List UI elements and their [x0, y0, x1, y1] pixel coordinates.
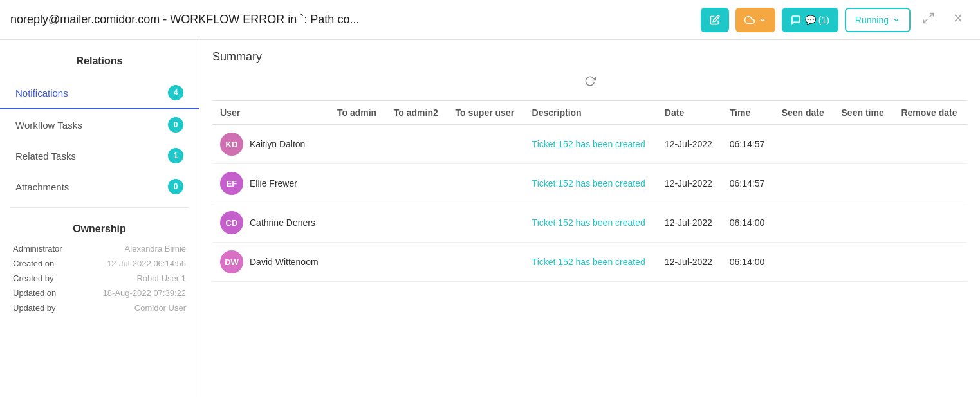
to-admin-3: [329, 243, 386, 282]
to-admin2-1: [386, 164, 448, 203]
desc-link-0[interactable]: Ticket:152 has been created: [532, 139, 645, 149]
col-to-admin: To admin: [329, 101, 386, 125]
user-name-2: Cathrine Deners: [250, 217, 315, 228]
table-row: DW David Wittenoom Ticket:152 has been c…: [212, 243, 967, 282]
updated-on-value: 18-Aug-2022 07:39:22: [103, 288, 186, 298]
description-2: Ticket:152 has been created: [524, 203, 657, 243]
time-1: 06:14:57: [722, 164, 774, 203]
updated-by-value: Comidor User: [134, 303, 186, 313]
description-3: Ticket:152 has been created: [524, 243, 657, 282]
avatar-1: EF: [220, 172, 243, 195]
edit-button[interactable]: [701, 8, 729, 32]
created-on-value: 12-Jul-2022 06:14:56: [107, 259, 186, 268]
seen-date-1: [774, 164, 834, 203]
updated-on-key: Updated on: [13, 288, 56, 298]
to-admin-2: [329, 203, 386, 243]
to-admin2-2: [386, 203, 448, 243]
expand-button[interactable]: [917, 9, 940, 30]
to-super-user-0: [448, 125, 524, 164]
close-button[interactable]: [947, 9, 970, 30]
svg-line-1: [924, 19, 928, 23]
date-3: 12-Jul-2022: [657, 243, 722, 282]
description-0: Ticket:152 has been created: [524, 125, 657, 164]
desc-link-1[interactable]: Ticket:152 has been created: [532, 178, 645, 189]
avatar-2: CD: [220, 211, 243, 234]
date-0: 12-Jul-2022: [657, 125, 722, 164]
sidebar-divider: [10, 207, 189, 208]
col-to-super-user: To super user: [448, 101, 524, 125]
sidebar: Relations Notifications 4 Workflow Tasks…: [0, 40, 199, 397]
created-on-key: Created on: [13, 259, 54, 268]
col-remove-date: Remove date: [893, 101, 967, 125]
main-content: Summary User To admin To admin2 To super…: [199, 40, 980, 397]
table-row: CD Cathrine Deners Ticket:152 has been c…: [212, 203, 967, 243]
ownership-created-by: Created by Robot User 1: [13, 273, 186, 283]
col-date: Date: [657, 101, 722, 125]
ownership-administrator: Administrator Alexandra Birnie: [13, 244, 186, 254]
table-row: EF Ellie Frewer Ticket:152 has been crea…: [212, 164, 967, 203]
sidebar-item-notifications[interactable]: Notifications 4: [0, 77, 199, 109]
ownership-section: Ownership Administrator Alexandra Birnie…: [0, 213, 199, 328]
avatar-3: DW: [220, 250, 243, 273]
remove-date-2: [893, 203, 967, 243]
table-header-row: User To admin To admin2 To super user De…: [212, 101, 967, 125]
avatar-0: KD: [220, 133, 243, 156]
seen-date-0: [774, 125, 834, 164]
date-1: 12-Jul-2022: [657, 164, 722, 203]
time-3: 06:14:00: [722, 243, 774, 282]
attachments-label: Attachments: [15, 181, 168, 192]
to-admin-1: [329, 164, 386, 203]
desc-link-2[interactable]: Ticket:152 has been created: [532, 217, 645, 228]
col-seen-date: Seen date: [774, 101, 834, 125]
seen-time-2: [834, 203, 894, 243]
user-cell-1: EF Ellie Frewer: [212, 164, 329, 203]
refresh-button[interactable]: [212, 73, 967, 93]
col-user: User: [212, 101, 329, 125]
desc-link-3[interactable]: Ticket:152 has been created: [532, 257, 645, 267]
created-by-key: Created by: [13, 273, 54, 283]
to-super-user-1: [448, 164, 524, 203]
to-admin2-3: [386, 243, 448, 282]
remove-date-3: [893, 243, 967, 282]
table-wrapper: User To admin To admin2 To super user De…: [212, 100, 967, 387]
col-description: Description: [524, 101, 657, 125]
related-tasks-label: Related Tasks: [15, 151, 168, 162]
attachments-badge: 0: [168, 179, 183, 194]
body: Relations Notifications 4 Workflow Tasks…: [0, 40, 980, 397]
table-row: KD Kaitlyn Dalton Ticket:152 has been cr…: [212, 125, 967, 164]
remove-date-0: [893, 125, 967, 164]
relations-title: Relations: [0, 50, 199, 77]
description-1: Ticket:152 has been created: [524, 164, 657, 203]
seen-date-3: [774, 243, 834, 282]
to-super-user-2: [448, 203, 524, 243]
user-name-1: Ellie Frewer: [250, 178, 297, 189]
user-name-0: Kaitlyn Dalton: [250, 139, 305, 149]
sidebar-item-workflow-tasks[interactable]: Workflow Tasks 0: [0, 109, 199, 140]
related-tasks-badge: 1: [168, 148, 183, 163]
ownership-updated-on: Updated on 18-Aug-2022 07:39:22: [13, 288, 186, 298]
sidebar-item-related-tasks[interactable]: Related Tasks 1: [0, 140, 199, 171]
header: noreply@mailer.comidor.com - WORKFLOW ER…: [0, 0, 980, 40]
updated-by-key: Updated by: [13, 303, 56, 313]
comment-button[interactable]: 💬 (1): [782, 8, 838, 32]
main-container: noreply@mailer.comidor.com - WORKFLOW ER…: [0, 0, 980, 397]
admin-value: Alexandra Birnie: [125, 244, 186, 254]
col-to-admin2: To admin2: [386, 101, 448, 125]
page-title: noreply@mailer.comidor.com - WORKFLOW ER…: [10, 13, 694, 26]
workflow-tasks-badge: 0: [168, 117, 183, 133]
workflow-tasks-label: Workflow Tasks: [15, 120, 168, 131]
summary-title: Summary: [212, 50, 967, 64]
user-name-3: David Wittenoom: [250, 257, 319, 267]
running-label: Running: [855, 15, 889, 25]
time-2: 06:14:00: [722, 203, 774, 243]
running-button[interactable]: Running: [845, 8, 911, 32]
seen-time-1: [834, 164, 894, 203]
created-by-value: Robot User 1: [136, 273, 186, 283]
time-0: 06:14:57: [722, 125, 774, 164]
cloud-button[interactable]: [735, 8, 775, 32]
seen-time-0: [834, 125, 894, 164]
ownership-updated-by: Updated by Comidor User: [13, 303, 186, 313]
seen-time-3: [834, 243, 894, 282]
admin-key: Administrator: [13, 244, 62, 254]
sidebar-item-attachments[interactable]: Attachments 0: [0, 171, 199, 202]
